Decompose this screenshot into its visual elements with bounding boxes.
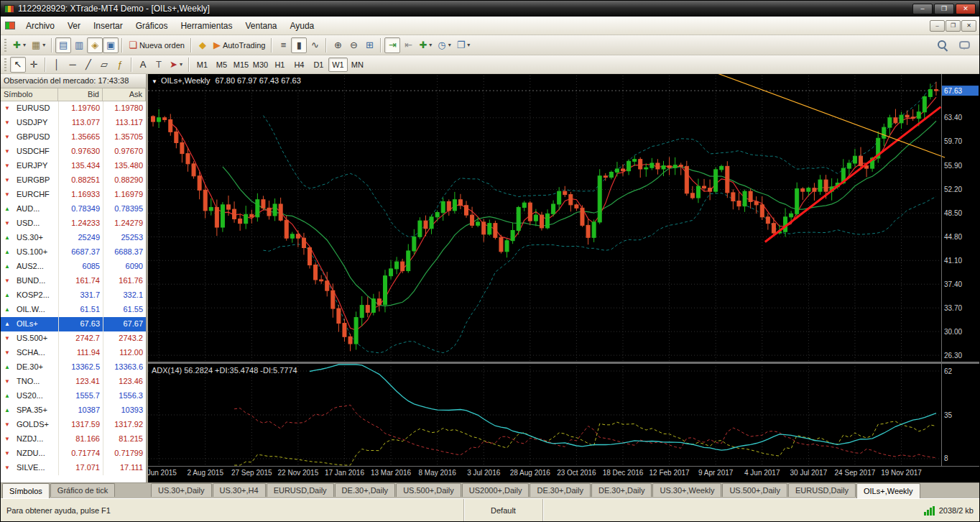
price-chart[interactable]: 7 Jun 20152 Aug 201527 Sep 201522 Nov 20… <box>148 74 979 482</box>
chart-tab[interactable]: US.30+,Daily <box>151 483 212 497</box>
menu-ventana[interactable]: Ventana <box>239 19 283 33</box>
market-watch-row[interactable]: ▲US.100+6687.376688.37 <box>1 245 146 260</box>
zoom-in-button[interactable]: ⊕ <box>330 37 346 53</box>
menu-insertar[interactable]: Insertar <box>87 19 129 33</box>
market-watch-row[interactable]: ▲DE.30+13362.513363.6 <box>1 360 146 375</box>
timeframe-h1[interactable]: H1 <box>270 58 290 72</box>
market-watch-row[interactable]: ▼GBPUSD1.356651.35705 <box>1 130 146 145</box>
chart-tab[interactable]: EURUSD,Daily <box>267 483 334 497</box>
menu-herramientas[interactable]: Herramientas <box>174 19 239 33</box>
market-watch-row[interactable]: ▼USD...1.242331.24279 <box>1 216 146 231</box>
candlestick-button[interactable]: ▮ <box>291 37 307 53</box>
auto-scroll-button[interactable]: ⇥ <box>384 37 400 53</box>
timeframe-m15[interactable]: M15 <box>231 58 251 72</box>
timeframe-w1[interactable]: W1 <box>328 58 348 72</box>
chart-tab[interactable]: EURUSD,Daily <box>788 483 856 497</box>
timeframe-m1[interactable]: M1 <box>193 58 212 72</box>
menu-ayuda[interactable]: Ayuda <box>283 19 320 33</box>
market-watch-row[interactable]: ▲OILs+67.6367.67 <box>1 317 146 331</box>
market-watch-tab-s-mbolos[interactable]: Símbolos <box>2 483 50 498</box>
metaeditor-button[interactable]: ◆ <box>195 37 211 53</box>
navigator-toggle[interactable]: ◈ <box>87 37 103 53</box>
vertical-line-tool[interactable]: │ <box>49 57 65 73</box>
market-watch-toggle[interactable]: ▤ <box>55 37 71 53</box>
timeframe-h4[interactable]: H4 <box>290 58 309 72</box>
mdi-restore-button[interactable]: ❐ <box>946 20 961 32</box>
mdi-close-button[interactable]: ✕ <box>961 20 976 32</box>
timeframe-mn[interactable]: MN <box>348 58 367 72</box>
chart-tab[interactable]: US.500+,Daily <box>722 483 787 497</box>
market-watch-row[interactable]: ▲SPA.35+1038710393 <box>1 403 146 418</box>
zoom-out-button[interactable]: ⊖ <box>346 37 361 53</box>
fibonacci-tool[interactable]: ƒ <box>112 57 128 73</box>
chart-tab[interactable]: US.500+,Daily <box>396 483 461 497</box>
chart-tab[interactable]: US.30+,H4 <box>213 483 266 497</box>
menu-ver[interactable]: Ver <box>61 19 87 33</box>
timeframe-m30[interactable]: M30 <box>251 58 270 72</box>
trendline-tool[interactable]: ╱ <box>80 57 96 73</box>
market-watch-row[interactable]: ▲AUD...0.783490.78395 <box>1 202 146 216</box>
chart-tab[interactable]: OILs+,Weekly <box>856 483 920 498</box>
chart-tab[interactable]: DE.30+,Daily <box>530 483 591 497</box>
market-watch-tab-gr-fico-de-tick[interactable]: Gráfico de tick <box>50 483 115 497</box>
crosshair-tool[interactable]: ✛ <box>26 57 42 73</box>
channel-tool[interactable]: ▱ <box>96 57 112 73</box>
column-bid[interactable]: Bid <box>58 88 103 101</box>
tile-windows-button[interactable]: ⊞ <box>361 37 377 53</box>
line-chart-button[interactable]: ∿ <box>307 37 323 53</box>
periods-button[interactable]: ◷▾ <box>435 37 453 53</box>
new-chart-button[interactable]: ✚▾ <box>10 37 29 53</box>
text-tool[interactable]: A <box>135 57 151 73</box>
market-watch-row[interactable]: ▼EURCHF1.169331.16979 <box>1 188 146 202</box>
chat-icon[interactable] <box>956 37 973 53</box>
minimize-button[interactable]: – <box>912 4 933 14</box>
market-watch-row[interactable]: ▼NZDJ...81.16681.215 <box>1 432 146 447</box>
profiles-button[interactable]: ▦▾ <box>29 37 48 53</box>
chart-tab[interactable]: DE.30+,Daily <box>335 483 396 497</box>
chart-tab[interactable]: US2000+,Daily <box>462 483 530 497</box>
chart-tab[interactable]: US.30+,Weekly <box>652 483 721 497</box>
market-watch-row[interactable]: ▼US.500+2742.72743.2 <box>1 331 146 346</box>
market-watch-row[interactable]: ▼TNO...123.41123.46 <box>1 375 146 389</box>
market-watch-row[interactable]: ▲US.30+2524925253 <box>1 231 146 245</box>
new-order-button[interactable]: ❏Nueva orden <box>126 37 188 53</box>
data-window-toggle[interactable]: ▥ <box>71 37 87 53</box>
column-ask[interactable]: Ask <box>103 88 146 101</box>
text-label-tool[interactable]: T <box>151 57 167 73</box>
market-watch-row[interactable]: ▲AUS2...60856090 <box>1 260 146 274</box>
close-button[interactable]: ✕ <box>956 4 976 14</box>
market-watch-row[interactable]: ▼EURGBP0.882510.88290 <box>1 173 146 188</box>
market-watch-row[interactable]: ▼EURUSD1.197601.19780 <box>1 101 146 116</box>
indicators-button[interactable]: ✚▾ <box>416 37 435 53</box>
market-watch-column-header[interactable]: SímboloBidAsk <box>1 88 146 101</box>
market-watch-row[interactable]: ▼NZDU...0.717740.71799 <box>1 447 146 461</box>
bar-chart-button[interactable]: ≡ <box>275 37 291 53</box>
column-symbol[interactable]: Símbolo <box>1 88 58 101</box>
market-watch-row[interactable]: ▼EURJPY135.434135.480 <box>1 159 146 173</box>
market-watch-row[interactable]: ▲US20...1555.71556.3 <box>1 389 146 403</box>
search-icon[interactable] <box>934 37 951 53</box>
market-watch-row[interactable]: ▼USDJPY113.077113.117 <box>1 116 146 130</box>
market-watch-row[interactable]: ▼GOLDS+1317.591317.92 <box>1 418 146 432</box>
timeframe-m5[interactable]: M5 <box>212 58 231 72</box>
terminal-toggle[interactable]: ▣ <box>103 37 119 53</box>
mdi-minimize-button[interactable]: – <box>930 20 945 32</box>
market-watch-row[interactable]: ▼USDCHF0.976300.97670 <box>1 145 146 159</box>
toolbar-grip[interactable] <box>4 39 6 52</box>
market-watch-row[interactable]: ▼SILVE...17.07117.111 <box>1 461 146 475</box>
maximize-button[interactable]: ❐ <box>934 4 954 14</box>
arrows-tool[interactable]: ➤▾ <box>167 57 185 73</box>
market-watch-row[interactable]: ▼BUND...161.74161.76 <box>1 274 146 288</box>
cursor-tool[interactable]: ↖ <box>10 57 26 73</box>
title-bar[interactable]: 1122928929: XTrade-MT4 Demo - [OILs+,Wee… <box>1 1 979 17</box>
timeframe-d1[interactable]: D1 <box>309 58 328 72</box>
templates-button[interactable]: ❐▾ <box>454 37 473 53</box>
market-watch-row[interactable]: ▲OIL.W...61.5161.55 <box>1 303 146 317</box>
chart-area[interactable]: 7 Jun 20152 Aug 201527 Sep 201522 Nov 20… <box>148 74 979 482</box>
market-watch-row[interactable]: ▼SCHA...111.94112.00 <box>1 346 146 360</box>
horizontal-line-tool[interactable]: ─ <box>65 57 80 73</box>
chart-collapse-icon[interactable]: ▼ <box>152 78 157 85</box>
menu-archivo[interactable]: Archivo <box>19 19 61 33</box>
status-profile[interactable]: Default <box>464 499 543 521</box>
chart-tab[interactable]: DE.30+,Daily <box>591 483 652 497</box>
